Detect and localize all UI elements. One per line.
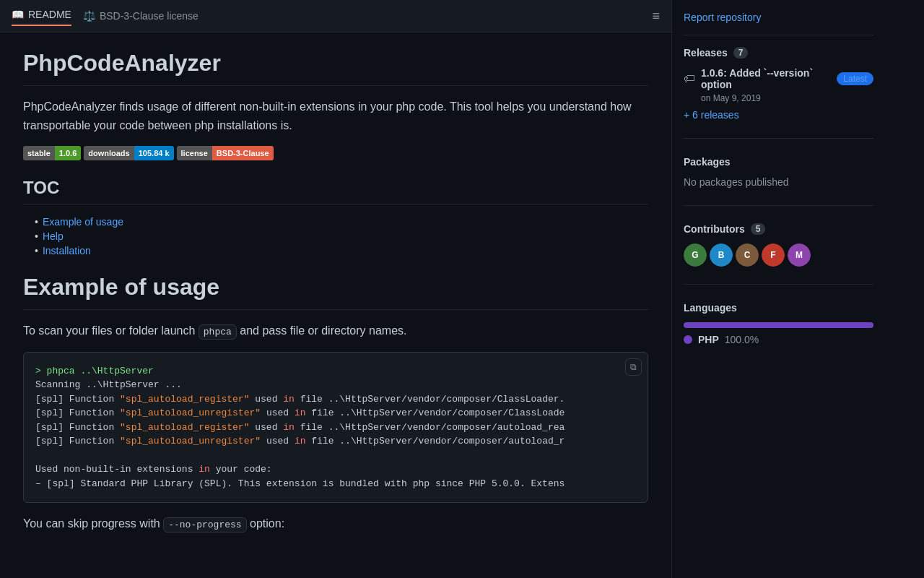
languages-label: Languages <box>684 302 737 314</box>
php-lang-name: PHP <box>698 334 719 345</box>
no-packages-text: No packages published <box>684 176 873 188</box>
toc-link-installation[interactable]: Installation <box>43 245 91 256</box>
sidebar-releases-section: Releases 7 🏷 1.0.6: Added `--version` op… <box>684 47 873 139</box>
latest-badge: Latest <box>837 72 873 85</box>
code-line-2: Scanning ..\HttpServer ... <box>35 378 636 392</box>
contributors-grid: G B C F M <box>684 243 873 267</box>
sidebar-packages-section: Packages No packages published <box>684 156 873 206</box>
toc-link-example[interactable]: Example of usage <box>43 216 123 228</box>
badges-container: stable 1.0.6 downloads 105.84 k license … <box>23 146 648 160</box>
release-version-link[interactable]: 1.0.6: Added `--version` option <box>701 67 831 90</box>
skip-after: option: <box>250 517 284 530</box>
packages-heading: Packages <box>684 156 873 168</box>
list-view-icon[interactable]: ≡ <box>652 9 660 24</box>
more-releases-link[interactable]: + 6 releases <box>684 109 739 121</box>
packages-label: Packages <box>684 156 731 168</box>
skip-before: You can skip progress with <box>23 517 160 530</box>
example-intro-after: and pass file or directory names. <box>240 324 406 337</box>
toc-item-help: Help <box>35 230 648 242</box>
badge-license-label: license <box>177 146 212 160</box>
release-tag-row: 🏷 1.0.6: Added `--version` option Latest <box>684 67 873 90</box>
license-icon: ⚖️ <box>83 10 95 22</box>
language-item-php: PHP 100.0% <box>684 334 873 345</box>
code-line-8: – [spl] Standard PHP Library (SPL). This… <box>35 477 636 491</box>
code-line-6: [spl] Function "spl_autoload_unregister"… <box>35 434 636 449</box>
tab-bar: 📖 README ⚖️ BSD-3-Clause license ≡ <box>0 0 671 33</box>
badge-stable: stable 1.0.6 <box>23 146 81 160</box>
code-block-wrapper: ⧉ > phpca ..\HttpServer Scanning ..\Http… <box>23 352 648 504</box>
copy-button[interactable]: ⧉ <box>625 358 642 376</box>
code-line-4: [spl] Function "spl_autoload_unregister"… <box>35 406 636 420</box>
tab-license[interactable]: ⚖️ BSD-3-Clause license <box>83 6 199 26</box>
example-intro-before: To scan your files or folder launch <box>23 324 195 337</box>
sidebar-languages-section: Languages PHP 100.0% <box>684 302 873 363</box>
languages-heading: Languages <box>684 302 873 314</box>
code-line-5: [spl] Function "spl_autoload_register" u… <box>35 420 636 435</box>
toc-item-install: Installation <box>35 245 648 256</box>
sidebar: Report repository Releases 7 🏷 1.0.6: Ad… <box>671 0 885 578</box>
contributor-avatar-5[interactable]: M <box>788 243 811 267</box>
badge-downloads-label: downloads <box>84 146 134 160</box>
contributor-avatar-4[interactable]: F <box>762 243 785 267</box>
contributor-avatar-2[interactable]: B <box>710 243 733 267</box>
contributors-heading: Contributors 5 <box>684 223 873 235</box>
example-intro-text: To scan your files or folder launch phpc… <box>23 322 648 340</box>
toc-list: Example of usage Help Installation <box>23 216 648 256</box>
code-line-empty <box>35 449 636 463</box>
contributor-avatar-1[interactable]: G <box>684 243 707 267</box>
phpca-inline-code: phpca <box>199 324 237 340</box>
no-progress-inline: --no-progress <box>163 517 246 532</box>
code-block: > phpca ..\HttpServer Scanning ..\HttpSe… <box>24 353 648 503</box>
contributors-label: Contributors <box>684 223 745 235</box>
language-bar <box>684 322 873 328</box>
badge-downloads: downloads 105.84 k <box>84 146 173 160</box>
badge-stable-label: stable <box>23 146 55 160</box>
readme-title: PhpCodeAnalyzer <box>23 50 648 86</box>
releases-count-badge: 7 <box>733 47 749 59</box>
toc-heading: TOC <box>23 178 648 204</box>
badge-stable-value: 1.0.6 <box>55 146 81 160</box>
release-date: on May 9, 2019 <box>701 93 873 103</box>
badge-license-value: BSD-3-Clause <box>212 146 274 160</box>
code-line-3: [spl] Function "spl_autoload_register" u… <box>35 392 636 407</box>
code-line-7: Used non-built-in extensions in your cod… <box>35 462 636 477</box>
tab-readme[interactable]: 📖 README <box>12 6 71 26</box>
readme-icon: 📖 <box>12 9 24 20</box>
sidebar-contributors-section: Contributors 5 G B C F M <box>684 223 873 285</box>
tab-license-label: BSD-3-Clause license <box>100 10 199 22</box>
skip-progress-text: You can skip progress with --no-progress… <box>23 514 648 533</box>
latest-release-item: 🏷 1.0.6: Added `--version` option Latest… <box>684 67 873 103</box>
toc-item-example: Example of usage <box>35 216 648 228</box>
readme-description: PhpCodeAnalyzer finds usage of different… <box>23 98 648 134</box>
example-heading: Example of usage <box>23 274 648 310</box>
contributor-avatar-3[interactable]: C <box>736 243 759 267</box>
report-repository-link[interactable]: Report repository <box>684 12 873 35</box>
badge-license: license BSD-3-Clause <box>177 146 274 160</box>
tag-icon: 🏷 <box>684 72 695 85</box>
code-line-1: > phpca ..\HttpServer <box>35 364 636 379</box>
php-lang-dot <box>684 335 692 344</box>
releases-heading: Releases 7 <box>684 47 873 59</box>
badge-downloads-value: 105.84 k <box>134 146 174 160</box>
contributors-count-badge: 5 <box>751 223 766 235</box>
php-lang-percent: 100.0% <box>725 334 759 345</box>
tab-readme-label: README <box>28 9 71 20</box>
toc-link-help[interactable]: Help <box>43 230 64 242</box>
releases-label: Releases <box>684 47 728 59</box>
